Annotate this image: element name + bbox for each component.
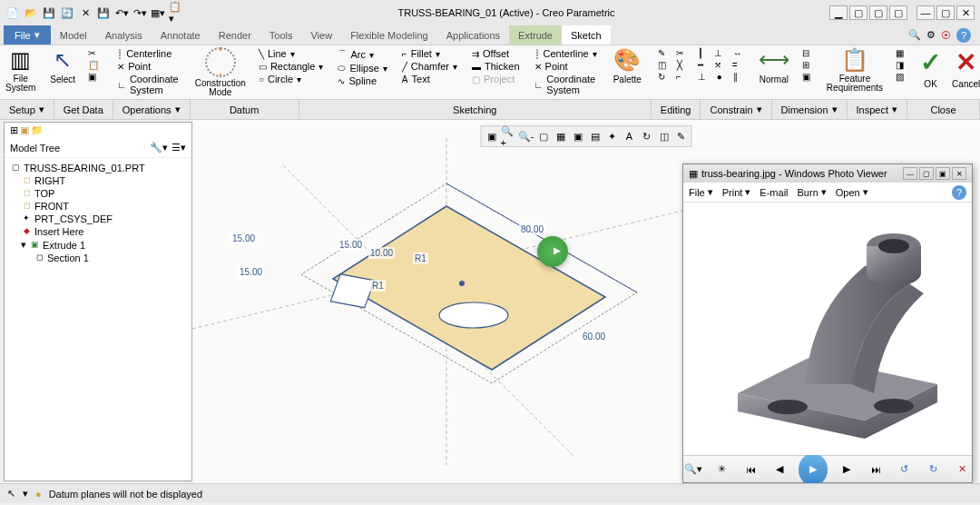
- maximize-button[interactable]: ▢: [936, 5, 955, 20]
- ellipse-button[interactable]: ⬭ Ellipse ▾: [334, 62, 390, 74]
- line-button[interactable]: ╲ Line ▾: [255, 47, 328, 60]
- tree-show-icon[interactable]: ⊞: [10, 124, 18, 136]
- tree-insert-here[interactable]: ◆Insert Here: [8, 225, 188, 238]
- normal-button[interactable]: ⟷ Normal: [753, 45, 795, 99]
- tab-tools[interactable]: Tools: [260, 25, 302, 45]
- tree-root[interactable]: ▢TRUSS-BEARING_01.PRT: [8, 162, 188, 174]
- pv-burn-menu[interactable]: Burn ▾: [798, 186, 827, 198]
- pv-rotate-cw-icon[interactable]: ↻: [924, 459, 944, 480]
- copy-icon[interactable]: 📋: [84, 59, 103, 71]
- perimeter-icon[interactable]: ▣: [799, 71, 814, 83]
- pv-email-menu[interactable]: E-mail: [760, 187, 788, 198]
- win-btn-4[interactable]: ▢: [889, 5, 907, 20]
- pv-next-icon[interactable]: ▶: [837, 459, 857, 480]
- thicken-button[interactable]: ▬ Thicken: [468, 60, 524, 73]
- save-icon[interactable]: 💾: [42, 5, 56, 20]
- pv-restore-button[interactable]: ▣: [936, 167, 950, 180]
- tab-render[interactable]: Render: [210, 25, 260, 45]
- close-window-icon[interactable]: ✕: [78, 5, 93, 20]
- point-button[interactable]: ✕ Point: [113, 60, 182, 73]
- ok-button[interactable]: ✓ OK: [915, 45, 946, 99]
- settings-icon[interactable]: ⚙: [926, 29, 936, 41]
- mirror-icon[interactable]: ◫: [654, 59, 670, 71]
- close-button[interactable]: ✕: [956, 5, 975, 20]
- tab-extrude[interactable]: Extrude: [509, 25, 562, 45]
- coincident-icon[interactable]: ●: [713, 71, 726, 83]
- tab-view[interactable]: View: [301, 25, 341, 45]
- photo-viewer-title-bar[interactable]: ▦ truss-bearing.jpg - Windows Photo View…: [683, 164, 972, 183]
- dim-15-1[interactable]: 15.00: [230, 233, 257, 244]
- spline-button[interactable]: ∿ Spline: [334, 74, 390, 87]
- inspect-group[interactable]: Inspect ▾: [848, 100, 907, 119]
- win-btn-2[interactable]: ▢: [849, 5, 867, 20]
- pv-max-button[interactable]: ▢: [919, 167, 934, 180]
- feature-requirements-button[interactable]: 📋 Feature Requirements: [821, 45, 888, 99]
- ref-dim-icon[interactable]: ⊞: [799, 59, 814, 71]
- dim-r1-2[interactable]: R1: [370, 280, 386, 292]
- tab-annotate[interactable]: Annotate: [152, 25, 210, 45]
- cancel-button[interactable]: ✕ Cancel: [946, 45, 980, 99]
- sketch-point-button[interactable]: ✕ Point: [531, 60, 601, 73]
- shade-icon[interactable]: ▨: [892, 71, 907, 83]
- pv-close-button[interactable]: ✕: [952, 167, 966, 180]
- tab-flexible-modeling[interactable]: Flexible Modeling: [341, 25, 437, 45]
- divide-icon[interactable]: ╳: [673, 59, 686, 71]
- windows-icon[interactable]: ▦▾: [151, 5, 165, 20]
- undo-icon[interactable]: ↶▾: [114, 5, 129, 20]
- clipboard-icon[interactable]: 📋▾: [169, 5, 183, 20]
- setup-group[interactable]: Setup ▾: [0, 100, 54, 119]
- new-icon[interactable]: 📄: [5, 5, 20, 20]
- equal-icon[interactable]: =: [729, 59, 741, 71]
- pv-slideshow-button[interactable]: ▶: [799, 453, 828, 484]
- fillet-button[interactable]: ⌐ Fillet ▾: [398, 47, 461, 60]
- circle-button[interactable]: ○ Circle ▾: [255, 73, 328, 85]
- pv-delete-icon[interactable]: ✕: [952, 459, 972, 480]
- pv-help-icon[interactable]: ?: [952, 185, 966, 200]
- mid-icon[interactable]: ↔: [730, 47, 746, 59]
- expand-icon[interactable]: ▾: [21, 239, 26, 251]
- sketch-coord-button[interactable]: ∟ Coordinate System: [531, 73, 601, 96]
- select-all-icon[interactable]: ▣: [84, 71, 103, 83]
- pv-fit-icon[interactable]: ✳: [712, 459, 732, 480]
- symmetric-icon[interactable]: ⤧: [710, 59, 725, 71]
- dim-10[interactable]: 10.00: [368, 247, 395, 259]
- file-menu[interactable]: File▾: [4, 25, 51, 45]
- highlight-icon[interactable]: ◨: [892, 59, 907, 71]
- file-system-button[interactable]: ▥ File System: [0, 45, 41, 99]
- rectangle-button[interactable]: ▭ Rectangle ▾: [255, 60, 328, 73]
- pv-rotate-ccw-icon[interactable]: ↺: [895, 459, 915, 480]
- constrain-group[interactable]: Constrain ▾: [701, 100, 771, 119]
- corner-icon[interactable]: ⌐: [672, 71, 685, 83]
- tree-section[interactable]: ◻Section 1: [8, 252, 188, 264]
- tree-right[interactable]: ◻RIGHT: [8, 174, 188, 187]
- dimension-group[interactable]: Dimension ▾: [772, 100, 848, 119]
- dim-15-3[interactable]: 15.00: [338, 239, 364, 251]
- tree-front[interactable]: ◻FRONT: [8, 200, 188, 213]
- arc-button[interactable]: ⌒ Arc ▾: [334, 47, 390, 62]
- viewport[interactable]: ▣ 🔍+ 🔍- ▢ ▦ ▣ ▤ ✦ A ↻ ◫ ✎: [192, 120, 980, 483]
- tab-model[interactable]: Model: [51, 25, 96, 45]
- sketch-centerline-button[interactable]: ┊ Centerline ▾: [531, 47, 601, 60]
- tree-settings-icon[interactable]: ☰▾: [172, 142, 186, 153]
- baseline-icon[interactable]: ⊟: [799, 47, 814, 59]
- pv-print-menu[interactable]: Print ▾: [722, 186, 751, 198]
- minimize-button[interactable]: —: [916, 5, 935, 20]
- pv-min-button[interactable]: —: [903, 167, 917, 180]
- pv-file-menu[interactable]: File ▾: [689, 186, 713, 198]
- pv-prev-icon[interactable]: ⏮: [740, 459, 760, 480]
- text-button[interactable]: A Text: [398, 73, 461, 85]
- open-icon[interactable]: 📂: [24, 5, 38, 20]
- redo-icon[interactable]: ↷▾: [132, 5, 147, 20]
- overlapping-icon[interactable]: ▦: [892, 47, 907, 59]
- tree-filter-icon[interactable]: 🔧▾: [150, 142, 168, 153]
- help-icon[interactable]: ?: [956, 28, 971, 43]
- dim-15-2[interactable]: 15.00: [238, 266, 264, 278]
- tangent-icon[interactable]: ⊥: [710, 47, 726, 59]
- tree-extrude[interactable]: ▾▣Extrude 1: [8, 238, 188, 252]
- tree-folder-icon[interactable]: 📁: [31, 124, 44, 136]
- tab-analysis[interactable]: Analysis: [96, 25, 152, 45]
- select-button[interactable]: ↖ Select: [44, 45, 81, 99]
- perp-icon[interactable]: ⊥: [694, 71, 710, 83]
- tree-csys[interactable]: ✦PRT_CSYS_DEF: [8, 213, 188, 225]
- delete-seg-icon[interactable]: ✂: [672, 47, 687, 59]
